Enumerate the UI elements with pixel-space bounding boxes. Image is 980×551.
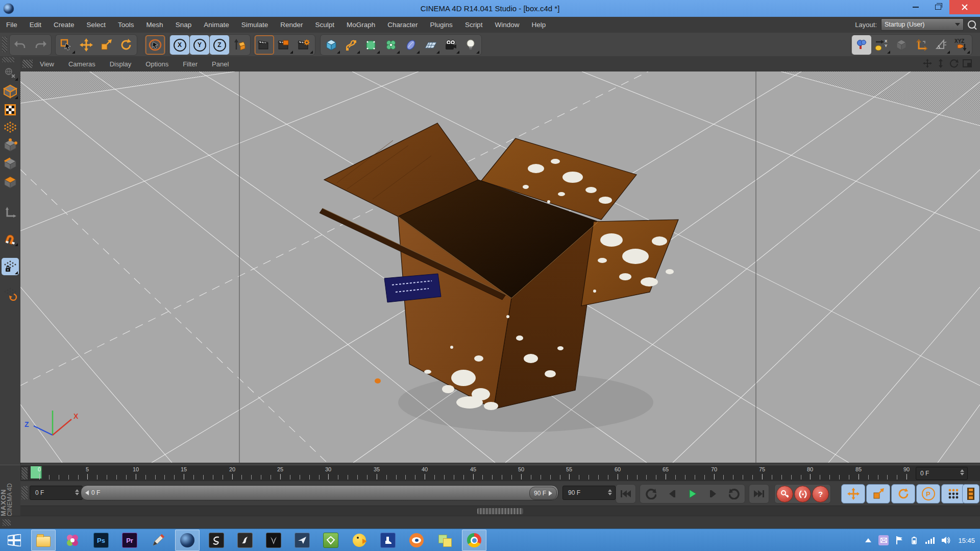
texture-mode-button[interactable] bbox=[2, 101, 19, 118]
make-editable-button[interactable] bbox=[2, 64, 19, 82]
key-parameter-button[interactable]: P bbox=[916, 484, 940, 504]
lock-z-axis-button[interactable]: Z bbox=[210, 35, 229, 55]
start-frame-stepper[interactable] bbox=[75, 489, 79, 495]
status-grip[interactable] bbox=[3, 519, 11, 526]
add-floor-button[interactable] bbox=[421, 35, 440, 55]
viewport-pan-icon[interactable] bbox=[922, 57, 933, 69]
timeline-window-button[interactable] bbox=[962, 484, 979, 504]
taskbar-blender[interactable] bbox=[405, 530, 428, 550]
rotate-tool-button[interactable] bbox=[116, 35, 136, 55]
taskbar-file-explorer[interactable] bbox=[31, 530, 56, 551]
scrollbar-thumb[interactable] bbox=[477, 508, 523, 514]
play-backwards-button[interactable] bbox=[640, 485, 661, 503]
undo-button[interactable] bbox=[11, 35, 30, 55]
go-to-end-button[interactable] bbox=[749, 484, 769, 504]
previous-frame-button[interactable] bbox=[661, 485, 682, 503]
redo-button[interactable] bbox=[31, 35, 50, 55]
close-button[interactable] bbox=[949, 0, 980, 14]
model-mode-button[interactable] bbox=[852, 35, 871, 55]
hidden-icons-chevron[interactable] bbox=[865, 538, 871, 542]
menu-tools[interactable]: Tools bbox=[112, 21, 140, 29]
viewport-canvas[interactable]: Z X bbox=[20, 71, 980, 463]
menu-mograph[interactable]: MoGraph bbox=[340, 21, 381, 29]
add-mograph-cloner-button[interactable] bbox=[381, 35, 401, 55]
add-environment-button[interactable] bbox=[401, 35, 421, 55]
viewport-rotate-icon[interactable] bbox=[948, 57, 960, 69]
start-frame-field[interactable]: 0 F bbox=[30, 486, 83, 500]
key-pla-button[interactable] bbox=[941, 484, 965, 504]
rail-grip[interactable] bbox=[2, 57, 14, 62]
menu-help[interactable]: Help bbox=[525, 21, 552, 29]
taskbar-sketch-app[interactable] bbox=[146, 530, 170, 550]
toolbar-grip[interactable] bbox=[2, 37, 7, 52]
taskbar-dark-app[interactable] bbox=[262, 530, 285, 550]
add-camera-button[interactable] bbox=[441, 35, 460, 55]
action-center-flag-icon[interactable] bbox=[896, 536, 903, 544]
vp-menu-cameras[interactable]: Cameras bbox=[61, 60, 103, 68]
add-cube-button[interactable] bbox=[322, 35, 341, 55]
add-spline-button[interactable] bbox=[341, 35, 361, 55]
live-selection-button[interactable] bbox=[145, 35, 165, 55]
slider-right-handle[interactable]: 90 F bbox=[529, 487, 557, 500]
selection-tool-button[interactable] bbox=[57, 35, 76, 55]
vp-menu-view[interactable]: View bbox=[33, 60, 61, 68]
ruler-grip[interactable] bbox=[21, 467, 28, 480]
taskbar-app-s[interactable] bbox=[205, 530, 228, 550]
taskbar-zbrush[interactable] bbox=[233, 530, 257, 550]
frame-range-slider[interactable]: 0 F 90 F bbox=[81, 485, 558, 500]
autokey-button[interactable] bbox=[794, 486, 811, 502]
speaker-icon[interactable] bbox=[942, 536, 951, 544]
vp-menu-display[interactable]: Display bbox=[103, 60, 139, 68]
vp-menu-options[interactable]: Options bbox=[138, 60, 176, 68]
render-to-picture-viewer-button[interactable] bbox=[275, 35, 294, 55]
key-position-button[interactable] bbox=[841, 484, 865, 504]
menu-character[interactable]: Character bbox=[381, 21, 424, 29]
menu-simulate[interactable]: Simulate bbox=[235, 21, 275, 29]
menu-mesh[interactable]: Mesh bbox=[140, 21, 169, 29]
taskbar-sticky-notes[interactable] bbox=[433, 530, 457, 550]
texture-axis-mode-button[interactable] bbox=[892, 35, 911, 55]
menu-render[interactable]: Render bbox=[274, 21, 309, 29]
scale-tool-button[interactable] bbox=[96, 35, 116, 55]
record-keyframe-button[interactable] bbox=[776, 486, 793, 502]
key-rotation-button[interactable] bbox=[891, 484, 915, 504]
enable-axis-button[interactable] bbox=[2, 204, 19, 222]
align-workplane-button[interactable] bbox=[2, 285, 19, 302]
taskbar-media-app[interactable] bbox=[61, 530, 84, 550]
layout-dropdown[interactable]: Startup (User) bbox=[881, 18, 964, 31]
taskbar-photoshop[interactable]: Ps bbox=[89, 530, 113, 550]
object-axis-mode-button[interactable] bbox=[912, 35, 931, 55]
play-forwards-button[interactable] bbox=[724, 485, 745, 503]
cardboard-box-model[interactable] bbox=[320, 123, 678, 432]
add-subdivision-surface-button[interactable] bbox=[361, 35, 381, 55]
vp-menu-filter[interactable]: Filter bbox=[176, 60, 205, 68]
viewport-zoom-icon[interactable] bbox=[935, 57, 946, 69]
move-tool-button[interactable] bbox=[77, 35, 96, 55]
restore-button[interactable] bbox=[927, 0, 949, 14]
menu-select[interactable]: Select bbox=[81, 21, 112, 29]
coordinates-manager-button[interactable]: XYZ bbox=[951, 35, 971, 55]
taskbar-premiere[interactable]: Pr bbox=[118, 530, 141, 550]
viewport-grip[interactable] bbox=[22, 60, 33, 68]
model-mode-rail-button[interactable] bbox=[2, 83, 19, 100]
go-to-start-button[interactable] bbox=[616, 484, 636, 504]
render-view-button[interactable] bbox=[255, 35, 274, 55]
battery-icon[interactable] bbox=[910, 536, 918, 544]
lock-x-axis-button[interactable]: X bbox=[170, 35, 189, 55]
lock-workplane-button[interactable] bbox=[2, 258, 19, 275]
points-mode-button[interactable] bbox=[2, 137, 19, 154]
transport-grip[interactable] bbox=[21, 486, 28, 499]
menu-file[interactable]: File bbox=[0, 21, 23, 29]
horizontal-scrollbar[interactable] bbox=[20, 506, 980, 516]
end-frame-stepper[interactable] bbox=[608, 489, 612, 495]
menu-window[interactable]: Window bbox=[488, 21, 525, 29]
taskbar-chrome[interactable] bbox=[462, 530, 486, 551]
next-frame-button[interactable] bbox=[703, 485, 724, 503]
workplane-mode-button[interactable] bbox=[2, 118, 19, 136]
menu-animate[interactable]: Animate bbox=[198, 21, 235, 29]
frame-stepper[interactable] bbox=[960, 469, 964, 475]
lock-y-axis-button[interactable]: Y bbox=[190, 35, 209, 55]
menu-script[interactable]: Script bbox=[459, 21, 489, 29]
end-frame-field[interactable]: 90 F bbox=[562, 486, 616, 500]
taskbar-boot-app[interactable] bbox=[376, 530, 400, 550]
